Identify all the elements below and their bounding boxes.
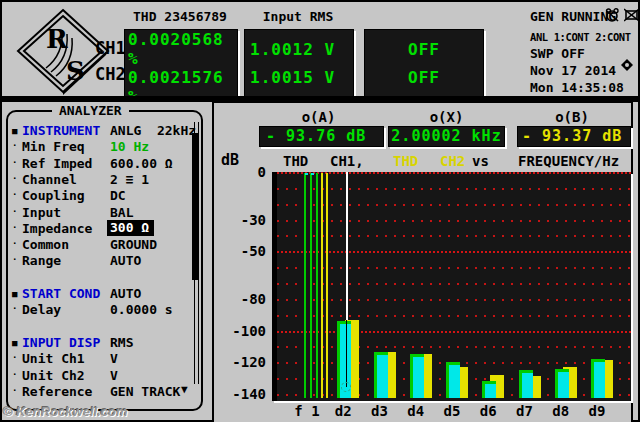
swp-status: SWP OFF xyxy=(530,46,585,61)
item-marker-icon: · xyxy=(12,303,17,313)
menu-item-value: V xyxy=(110,351,118,366)
x-tick-d3: d3 xyxy=(360,403,400,419)
menu-item-value: GEN TRACK xyxy=(110,384,180,399)
menu-item-ref-imped[interactable]: ·Ref Imped600.00 Ω xyxy=(12,156,196,172)
menu-scrollbar-thumb[interactable] xyxy=(192,133,199,280)
menu-scroll-down-icon[interactable]: ▼ xyxy=(181,383,188,396)
menu-item-value: V xyxy=(110,368,118,383)
item-marker-icon: · xyxy=(12,385,17,395)
menu-item-common[interactable]: ·CommonGROUND xyxy=(12,237,196,253)
bar-ch1-d6 xyxy=(482,381,496,398)
chart-title-part-3: CH2 xyxy=(440,153,465,169)
mouse-disabled-icon xyxy=(605,8,620,22)
gridline-0db xyxy=(277,172,631,174)
plot-area xyxy=(272,172,631,401)
gridline--80db xyxy=(277,299,631,301)
item-marker-icon: · xyxy=(12,222,17,232)
fundamental-outline-ch1-0 xyxy=(304,173,306,398)
x-tick-d4: d4 xyxy=(396,403,436,419)
x-tick-d8: d8 xyxy=(541,403,581,419)
rms-ch1-value: 1.0012 V xyxy=(245,40,353,59)
menu-item-value: ANLG 22kHz xyxy=(110,123,196,138)
clock-icon xyxy=(621,59,633,71)
gridline--30db xyxy=(277,220,631,222)
menu-item-input-disp[interactable]: ■INPUT DISPRMS xyxy=(12,335,196,351)
menu-item-coupling[interactable]: ·CouplingDC xyxy=(12,188,196,204)
y-tick--80: -80 xyxy=(220,291,266,307)
x-tick-d5: d5 xyxy=(432,403,472,419)
menu-item-value[interactable]: 300 Ω xyxy=(107,220,154,236)
cursor-line[interactable] xyxy=(346,172,348,320)
menu-item-impedance[interactable]: ·Impedance300 Ω xyxy=(12,221,196,237)
y-tick--140: -140 xyxy=(220,386,266,402)
item-marker-icon: · xyxy=(12,206,17,216)
fundamental-outline-ch1-2 xyxy=(316,173,318,398)
item-marker-icon: · xyxy=(12,157,17,167)
rms-ch2-value: 1.0015 V xyxy=(245,68,353,87)
fundamental-outline-ch2-1 xyxy=(326,173,328,398)
menu-item-label: Unit Ch1 xyxy=(22,351,85,366)
menu-item-unit-ch2[interactable]: ·Unit Ch2V xyxy=(12,368,196,384)
logo-letter-r: R xyxy=(46,24,68,54)
thd-display: 0.0020568 % 0.0021576 % xyxy=(124,29,238,98)
time-label: Mon 14:35:08 xyxy=(530,80,624,95)
item-marker-icon: · xyxy=(12,140,17,150)
menu-item-range[interactable]: ·RangeAUTO xyxy=(12,253,196,269)
item-marker-icon: · xyxy=(12,173,17,183)
menu-item-unit-ch1[interactable]: ·Unit Ch1V xyxy=(12,351,196,367)
menu-item-value: GROUND xyxy=(110,237,157,252)
menu-item-channel[interactable]: ·Channel2 ≡ 1 xyxy=(12,172,196,188)
bar-ch1-d3 xyxy=(374,352,388,398)
ch1-label: CH1 xyxy=(95,38,126,58)
menu-item-label: Reference xyxy=(22,384,92,399)
y-tick-0: 0 xyxy=(220,164,266,180)
readout-x-label: o(X) xyxy=(388,110,505,125)
menu-item-value: AUTO xyxy=(110,253,141,268)
bar-ch1-d5 xyxy=(446,362,460,398)
section-marker-icon: ■ xyxy=(12,126,17,136)
menu-item-label: START COND xyxy=(22,286,100,301)
x-tick-d2: d2 xyxy=(323,403,363,419)
item-marker-icon: · xyxy=(12,189,17,199)
menu-item-label: Input xyxy=(22,205,61,220)
menu-item-min-freq[interactable]: ·Min Freq10 Hz xyxy=(12,139,196,155)
watermark: © KenRockwell.com xyxy=(3,404,127,419)
menu-item-reference[interactable]: ·ReferenceGEN TRACK xyxy=(12,384,196,400)
chart-title-part-2: THD xyxy=(393,153,418,169)
menu-item-value: AUTO xyxy=(110,286,141,301)
bar-ch1-d7 xyxy=(519,370,533,398)
y-tick--100: -100 xyxy=(220,323,266,339)
aux-ch2-value: OFF xyxy=(365,68,483,87)
menu-item-label: Unit Ch2 xyxy=(22,368,85,383)
menu-item-instrument[interactable]: ■INSTRUMENTANLG 22kHz xyxy=(12,123,196,139)
anl-status: ANL 1:CONT 2:CONT xyxy=(530,31,631,44)
menu-item-label: Coupling xyxy=(22,188,85,203)
gridline--90db xyxy=(277,315,631,317)
readout-b-label: o(B) xyxy=(517,110,627,125)
y-tick--30: -30 xyxy=(220,212,266,228)
aux-display: OFF OFF xyxy=(364,29,484,98)
input-rms-display: 1.0012 V 1.0015 V xyxy=(244,29,354,98)
menu-item-label: Channel xyxy=(22,172,77,187)
ch2-label: CH2 xyxy=(95,64,126,84)
thd-ch1-value: 0.0020568 % xyxy=(125,30,237,68)
thd-header: THD 23456789 xyxy=(124,9,236,24)
date-label: Nov 17 2014 xyxy=(530,63,616,78)
chart-title-part-5: FREQUENCY/Hz xyxy=(518,153,619,169)
bar-ch1-d4 xyxy=(410,354,424,398)
menu-item-delay[interactable]: ·Delay0.0000 s xyxy=(12,302,196,318)
menu-item-start-cond[interactable]: ■START CONDAUTO xyxy=(12,286,196,302)
menu-item-value: 2 ≡ 1 xyxy=(110,172,149,187)
menu-item-input[interactable]: ·InputBAL xyxy=(12,205,196,221)
fundamental-outline-ch2-0 xyxy=(321,173,323,398)
readout-a-label: o(A) xyxy=(259,110,378,125)
y-tick--50: -50 xyxy=(220,243,266,259)
bar-ch1-d8 xyxy=(555,369,569,398)
gridline--10db xyxy=(277,188,631,190)
item-marker-icon: · xyxy=(12,369,17,379)
cursor-line-inner xyxy=(346,320,347,387)
logo-letter-s: S xyxy=(66,56,85,86)
x-tick-d9: d9 xyxy=(577,403,617,419)
menu-item-label: Delay xyxy=(22,302,61,317)
menu-item-label: Common xyxy=(22,237,69,252)
